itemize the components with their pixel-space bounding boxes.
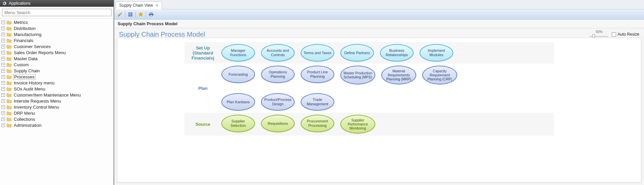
diagram-row-plan: PlanForecastingOperations PlanningProduc… (184, 64, 554, 113)
tab-supply-chain-view[interactable]: Supply Chain View × (116, 1, 162, 9)
folder-icon (6, 111, 12, 115)
sidebar-item-collections[interactable]: +Collections (1, 116, 112, 122)
sidebar-item-customer-services[interactable]: +Customer Services (1, 43, 112, 49)
sidebar-item-financials[interactable]: +Financials (1, 37, 112, 43)
sidebar-item-label: Custom (13, 62, 30, 67)
sidebar-item-manufacturing[interactable]: +Manufacturing (1, 31, 112, 37)
expand-icon[interactable]: + (1, 105, 5, 109)
process-node[interactable]: Trade Management (301, 93, 334, 111)
sidebar-item-master-data[interactable]: +Master Data (1, 56, 112, 62)
sidebar-item-supply-chain[interactable]: +Supply Chain (1, 68, 112, 74)
expand-icon[interactable]: + (1, 33, 5, 36)
process-node[interactable]: Business Relationships (380, 44, 414, 62)
sidebar-item-invoice-history-menu[interactable]: +Invoice History menu (1, 80, 112, 86)
process-node[interactable]: Supplier Selection (221, 115, 255, 132)
folder-icon (6, 56, 12, 61)
toolbar (114, 9, 644, 20)
folder-icon (6, 74, 12, 79)
sidebar-item-label: Inventory Control Menu (13, 105, 60, 110)
process-node[interactable]: Manager Functions (221, 44, 255, 62)
auto-resize-label: Auto Resize (617, 32, 639, 37)
process-node[interactable]: Supplier Performance Monitoring (340, 115, 375, 134)
process-node[interactable]: Plan Kanbans (221, 93, 255, 111)
expand-icon[interactable]: + (1, 45, 5, 48)
expand-icon[interactable]: + (1, 51, 5, 54)
expand-icon[interactable]: + (1, 57, 5, 61)
nav-tree[interactable]: +Metrics+Distribution+Manufacturing+Fina… (0, 18, 114, 185)
toolbar-separator (146, 11, 146, 17)
expand-icon[interactable]: + (1, 63, 5, 67)
sidebar-item-customer-item-maintenance-menu[interactable]: +Customer/Item Maintenance Menu (1, 92, 112, 98)
folder-icon (6, 99, 12, 103)
process-node[interactable]: Procurement Processing (301, 115, 334, 132)
sidebar-item-label: Supply Chain (13, 68, 40, 73)
expand-icon[interactable]: + (1, 99, 5, 103)
expand-icon[interactable]: + (1, 21, 5, 24)
expand-icon[interactable]: + (1, 87, 5, 91)
sidebar-item-label: SOx Audit Menu (13, 86, 46, 91)
process-node[interactable]: Product Line Planning (301, 66, 334, 83)
sidebar-item-label: Collections (13, 117, 36, 122)
sidebar-item-label: Metrics (13, 20, 29, 25)
star-icon[interactable] (137, 11, 144, 18)
sidebar-item-administration[interactable]: +Administration (1, 122, 112, 128)
checkbox-icon[interactable] (612, 32, 616, 37)
sidebar-item-metrics[interactable]: +Metrics (1, 19, 112, 25)
tabstrip: Supply Chain View × (114, 0, 644, 9)
sidebar-item-processes[interactable]: +Processes (1, 74, 112, 80)
expand-icon[interactable]: + (1, 75, 5, 79)
menu-search-input[interactable] (2, 9, 112, 16)
sidebar-item-inventory-control-menu[interactable]: +Inventory Control Menu (1, 104, 112, 110)
gear-icon (2, 1, 7, 6)
process-node[interactable]: Operations Planning (261, 66, 295, 83)
sidebar: Applications +Metrics+Distribution+Manuf… (0, 0, 114, 185)
expand-icon[interactable]: + (1, 39, 5, 42)
sidebar-item-label: Intersite Requests Menu (13, 99, 62, 104)
diagram-scroll[interactable]: Set Up(StandardFinancials)Manager Functi… (114, 38, 644, 185)
process-node[interactable]: Material Requirements Planning (MRP) (381, 66, 416, 84)
sidebar-item-label: Sales Order Reports Menu (13, 50, 67, 55)
folder-icon (6, 123, 12, 127)
expand-icon[interactable]: + (1, 81, 5, 85)
sidebar-item-drp-menu[interactable]: +DRP Menu (1, 110, 112, 116)
expand-icon[interactable]: + (1, 117, 5, 121)
edit-icon[interactable] (116, 11, 124, 18)
diagram-row-label: Source (184, 122, 221, 127)
print-icon[interactable] (147, 11, 155, 18)
folder-icon (6, 50, 12, 55)
expand-icon[interactable]: + (1, 27, 5, 30)
sidebar-item-distribution[interactable]: +Distribution (1, 25, 112, 31)
expand-icon[interactable]: + (1, 111, 5, 115)
folder-icon (6, 68, 12, 73)
process-node[interactable]: Master Production Scheduling (MPS) (340, 66, 375, 84)
process-node[interactable]: Requisitions (261, 115, 295, 132)
folder-icon (6, 26, 12, 31)
process-node[interactable]: Capacity Requirement Planning (CRP) (422, 66, 457, 84)
process-node[interactable]: Terms and Taxes (301, 44, 334, 62)
sidebar-title-bar: Applications (0, 0, 114, 7)
sidebar-item-sales-order-reports-menu[interactable]: +Sales Order Reports Menu (1, 49, 112, 56)
sidebar-item-intersite-requests-menu[interactable]: +Intersite Requests Menu (1, 98, 112, 104)
zoom-percent: 93% (596, 30, 602, 34)
process-node[interactable]: Forecasting (221, 66, 255, 83)
breadcrumb-text: Supply Chain Process Model (118, 21, 177, 26)
expand-icon[interactable]: + (1, 123, 5, 127)
grid-icon[interactable] (127, 11, 134, 18)
process-node[interactable]: Implement Modules (420, 44, 453, 62)
expand-icon[interactable]: + (1, 69, 5, 73)
folder-icon (6, 80, 12, 85)
sidebar-search-wrap (0, 7, 114, 18)
process-node[interactable]: Accounts and Controls (261, 44, 295, 62)
expand-icon[interactable]: + (1, 93, 5, 97)
diagram-row-setup: Set Up(StandardFinancials)Manager Functi… (184, 42, 554, 64)
diagram-row-label: Plan (184, 86, 221, 91)
sidebar-item-custom[interactable]: +Custom (1, 62, 112, 68)
process-node[interactable]: Define Partners (340, 44, 374, 62)
sidebar-item-label: Processes (13, 74, 36, 80)
folder-icon (6, 92, 12, 97)
process-node[interactable]: Product/Process Design (261, 93, 295, 111)
folder-icon (6, 117, 12, 121)
auto-resize-toggle[interactable]: Auto Resize (612, 32, 639, 37)
sidebar-item-sox-audit-menu[interactable]: +SOx Audit Menu (1, 86, 112, 92)
close-icon[interactable]: × (156, 3, 158, 8)
